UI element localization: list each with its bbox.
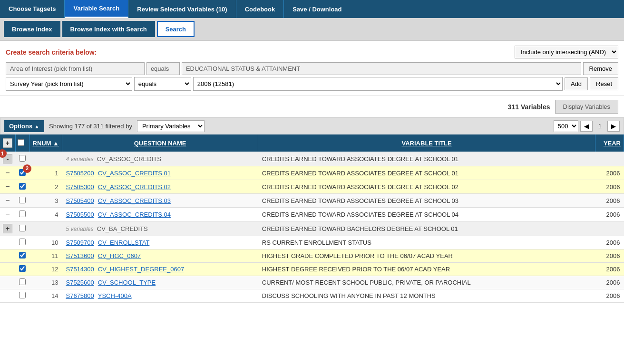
next-page-button[interactable]: ▶ bbox=[607, 121, 620, 132]
table-row: −4S7505500CV_ASSOC_CREDITS.04CREDITS EAR… bbox=[0, 208, 624, 221]
row-question-name: S7513600CV_HGC_0607 bbox=[62, 249, 258, 263]
question-name-link[interactable]: CV_ASSOC_CREDITS.02 bbox=[98, 183, 171, 191]
criteria-section: Create search criteria below: Include on… bbox=[0, 41, 624, 96]
display-variables-button[interactable]: Display Variables bbox=[555, 100, 618, 114]
col-vtitle[interactable]: VARIABLE TITLE bbox=[258, 134, 595, 152]
row-checkbox[interactable] bbox=[19, 239, 26, 245]
tab-browse-index[interactable]: Browse Index bbox=[4, 21, 60, 37]
row-checkbox[interactable] bbox=[19, 292, 26, 298]
row-rnum: 10 bbox=[29, 236, 62, 249]
row-checkbox[interactable] bbox=[19, 183, 26, 190]
tab-browse-index-search[interactable]: Browse Index with Search bbox=[62, 21, 155, 37]
results-bar: 311 Variables Display Variables bbox=[0, 96, 624, 117]
tab-codebook[interactable]: Codebook bbox=[236, 0, 284, 18]
row-title: CREDITS EARNED TOWARD ASSOCIATES DEGREE … bbox=[258, 180, 595, 194]
row-rnum: 11 bbox=[29, 249, 62, 263]
data-table-wrapper: + RNUM ▲ QUESTION NAME VARIABLE TITLE YE… bbox=[0, 134, 624, 303]
rlink[interactable]: S7509700 bbox=[66, 239, 94, 246]
row-title: CREDITS EARNED TOWARD ASSOCIATES DEGREE … bbox=[258, 194, 595, 208]
col-year[interactable]: YEAR bbox=[595, 134, 624, 152]
table-row: 14S7675800YSCH-400ADISCUSS SCHOOLING WIT… bbox=[0, 289, 624, 303]
per-page-select[interactable]: 100 250 500 bbox=[554, 120, 578, 132]
question-name-link[interactable]: CV_ASSOC_CREDITS.03 bbox=[98, 197, 171, 204]
add-criteria-button[interactable]: Add bbox=[565, 77, 588, 90]
rlink[interactable]: S7514300 bbox=[66, 266, 94, 273]
field-select[interactable]: Survey Year (pick from list) bbox=[6, 77, 132, 91]
criteria-field-1: Area of Interest (pick from list) bbox=[6, 62, 145, 75]
row-question-name: 5 variables CV_BA_CREDITS bbox=[62, 221, 258, 236]
row-rnum: 2 bbox=[29, 180, 62, 194]
row-year: 2006 bbox=[595, 289, 624, 303]
row-checkbox[interactable] bbox=[19, 252, 26, 259]
row-question-name: S7514300CV_HIGHEST_DEGREE_0607 bbox=[62, 263, 258, 276]
equals-select[interactable]: equals bbox=[134, 77, 191, 91]
select-all-checkbox[interactable] bbox=[18, 139, 24, 146]
question-name-link[interactable]: CV_SCHOOL_TYPE bbox=[98, 279, 156, 286]
row-question-name: S7525600CV_SCHOOL_TYPE bbox=[62, 276, 258, 289]
rlink[interactable]: S7505400 bbox=[66, 197, 94, 204]
row-dash: − bbox=[5, 210, 10, 218]
value-select[interactable]: 2006 (12581) bbox=[193, 77, 563, 91]
rlink[interactable]: S7505200 bbox=[66, 170, 94, 177]
table-row: −21S7505200CV_ASSOC_CREDITS.01CREDITS EA… bbox=[0, 166, 624, 180]
row-checkbox[interactable] bbox=[19, 265, 26, 272]
row-checkbox[interactable] bbox=[19, 197, 26, 203]
row-question-name: S7505200CV_ASSOC_CREDITS.01 bbox=[62, 166, 258, 180]
table-row: 11S7513600CV_HGC_0607HIGHEST GRADE COMPL… bbox=[0, 249, 624, 263]
page-controls: 100 250 500 ◀ 1 ▶ bbox=[554, 120, 620, 132]
row-title: RS CURRENT ENROLLMENT STATUS bbox=[258, 236, 595, 249]
prev-page-button[interactable]: ◀ bbox=[580, 121, 593, 132]
row-title: CREDITS EARNED TOWARD ASSOCIATES DEGREE … bbox=[258, 152, 595, 166]
row-title: CURRENT/ MOST RECENT SCHOOL PUBLIC, PRIV… bbox=[258, 276, 595, 289]
question-name-link[interactable]: CV_HGC_0607 bbox=[98, 252, 141, 259]
question-name-link[interactable]: CV_HIGHEST_DEGREE_0607 bbox=[98, 266, 184, 273]
reset-criteria-button[interactable]: Reset bbox=[590, 77, 618, 90]
row-checkbox[interactable] bbox=[19, 225, 26, 231]
question-name-link[interactable]: CV_ASSOC_CREDITS.04 bbox=[98, 211, 171, 218]
row-year: 2006 bbox=[595, 208, 624, 221]
row-year: 2006 bbox=[595, 180, 624, 194]
row-rnum: 14 bbox=[29, 289, 62, 303]
row-year: 2006 bbox=[595, 236, 624, 249]
row-rnum bbox=[29, 221, 62, 236]
col-rnum[interactable]: RNUM ▲ bbox=[29, 134, 62, 152]
tab-review-selected[interactable]: Review Selected Variables (10) bbox=[128, 0, 236, 18]
row-dash: − bbox=[5, 169, 10, 177]
question-name-link[interactable]: CV_ASSOC_CREDITS.01 bbox=[98, 170, 171, 177]
intersect-select[interactable]: Include only intersecting (AND) bbox=[515, 46, 618, 58]
row-rnum bbox=[29, 152, 62, 166]
expand-all-button[interactable]: + bbox=[3, 138, 12, 148]
filter-select[interactable]: Primary Variables All Variables Selected… bbox=[137, 120, 205, 132]
row-year: 2006 bbox=[595, 249, 624, 263]
rlink[interactable]: S7505300 bbox=[66, 183, 94, 191]
remove-criteria-button[interactable]: Remove bbox=[583, 62, 618, 75]
row-checkbox[interactable] bbox=[19, 211, 26, 217]
row-checkbox[interactable] bbox=[19, 278, 26, 285]
row-rnum: 3 bbox=[29, 194, 62, 208]
criteria-value-1: EDUCATIONAL STATUS & ATTAINMENT bbox=[182, 62, 581, 75]
row-checkbox[interactable] bbox=[19, 155, 26, 162]
question-name-link[interactable]: YSCH-400A bbox=[98, 292, 132, 299]
rlink[interactable]: S7675800 bbox=[66, 292, 94, 299]
annotation-2: 2 bbox=[23, 164, 31, 173]
row-rnum: 13 bbox=[29, 276, 62, 289]
options-arrow-icon: ▲ bbox=[34, 124, 39, 129]
criteria-equals-1: equals bbox=[146, 62, 180, 75]
top-nav: Choose Tagsets Variable Search Review Se… bbox=[0, 0, 624, 18]
table-row: -14 variables CV_ASSOC_CREDITSCREDITS EA… bbox=[0, 152, 624, 166]
row-year: 2006 bbox=[595, 166, 624, 180]
options-button[interactable]: Options ▲ bbox=[4, 120, 44, 132]
row-question-name: S7505500CV_ASSOC_CREDITS.04 bbox=[62, 208, 258, 221]
col-qname[interactable]: QUESTION NAME bbox=[62, 134, 258, 152]
col-checkbox bbox=[15, 134, 29, 152]
row-question-name: S7675800YSCH-400A bbox=[62, 289, 258, 303]
expand-group-button[interactable]: + bbox=[3, 224, 12, 233]
tab-search[interactable]: Search bbox=[157, 21, 195, 37]
tab-save-download[interactable]: Save / Download bbox=[284, 0, 350, 18]
rlink[interactable]: S7525600 bbox=[66, 279, 94, 286]
tab-choose-tagsets[interactable]: Choose Tagsets bbox=[0, 0, 65, 18]
rlink[interactable]: S7505500 bbox=[66, 211, 94, 218]
question-name-link[interactable]: CV_ENROLLSTAT bbox=[98, 239, 150, 246]
tab-variable-search[interactable]: Variable Search bbox=[65, 0, 128, 18]
rlink[interactable]: S7513600 bbox=[66, 252, 94, 259]
